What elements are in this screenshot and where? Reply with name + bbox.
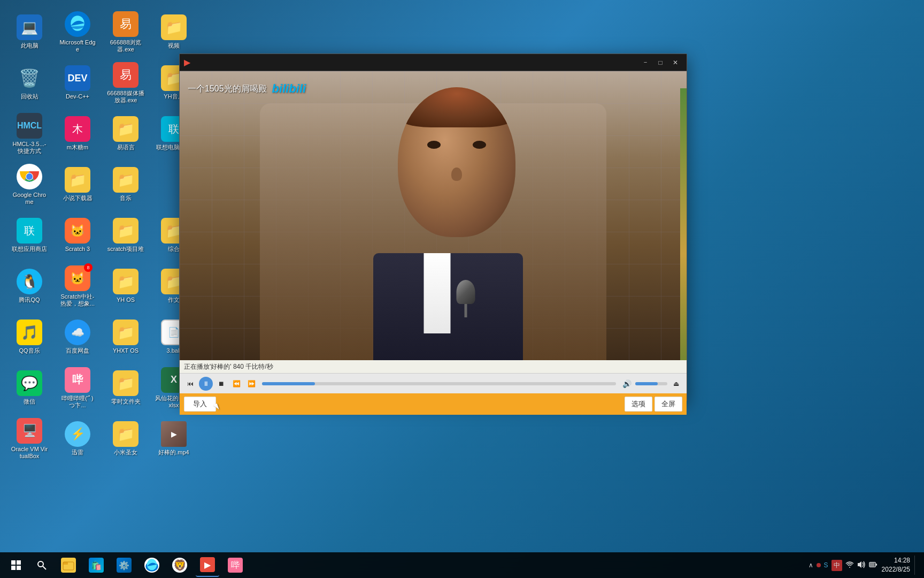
options-button[interactable]: 选项 (625, 397, 652, 412)
icon-label-666888-player: 666888媒体播放器.exe (107, 90, 144, 104)
icon-label-this-pc: 此电脑 (21, 42, 38, 49)
svg-rect-12 (11, 566, 16, 570)
icon-label-zonghe: 综合 (168, 246, 180, 253)
desktop-icon-baidu[interactable]: ☁️ 百度网盘 (56, 313, 99, 361)
channel-text: 一个1505光的屑喝殿 (188, 83, 267, 95)
desktop-icon-ms-edge[interactable]: Microsoft Edge (56, 8, 99, 56)
desktop-icon-oracle-vm[interactable]: 🖥️ Oracle VM VirtualBox (8, 415, 51, 463)
icon-label-yiyu: 易语言 (117, 144, 135, 151)
desktop-icon-dev-cpp[interactable]: DEV Dev-C++ (56, 59, 99, 107)
icon-label-novel-dl: 小说下载器 (63, 195, 93, 202)
icon-label-dev-cpp: Dev-C++ (66, 93, 89, 100)
volume-container: 🔊 (620, 377, 667, 390)
media-titlebar: ▶ － □ ✕ (180, 54, 687, 71)
desktop-icon-video[interactable]: 📁 视频 (152, 8, 195, 56)
desktop-icon-hmc[interactable]: HMCL HMCL-3.5...-快捷方式 (8, 110, 51, 158)
taskbar-settings[interactable]: ⚙️ (112, 553, 136, 577)
desktop-icon-mumu[interactable]: 木 m木糖m (56, 110, 99, 158)
icon-label-scratch-project: scratch项目堆 (107, 246, 144, 253)
icon-label-haoba-mp4: 好棒的.mp4 (158, 449, 189, 456)
icon-label-xunlei: 迅雷 (72, 449, 83, 456)
desktop-icon-this-pc[interactable]: 💻 此电脑 (8, 8, 51, 56)
icon-label-video: 视频 (168, 42, 180, 49)
desktop-icon-recycle[interactable]: 🗑️ 回收站 (8, 59, 51, 107)
desktop-icon-music[interactable]: 📁 音乐 (104, 161, 147, 209)
svg-marker-21 (858, 561, 861, 568)
bilibili-watermark: 一个1505光的屑喝殿 bilibili (180, 82, 687, 96)
taskbar-file-explorer[interactable] (57, 553, 80, 577)
stop-button[interactable]: ⏹ (215, 377, 228, 390)
desktop-icon-haoba-mp4[interactable]: ▶ 好棒的.mp4 (152, 415, 195, 463)
step-back-button[interactable]: ⏪ (230, 377, 243, 390)
volume-icon[interactable]: 🔊 (620, 377, 633, 390)
desktop-icon-xiaomi-fa[interactable]: 📁 小米圣女 (104, 415, 147, 463)
player-bottom-bar: 导入 选项 全屏 (180, 393, 687, 415)
volume-bar[interactable] (635, 382, 667, 385)
desktop-icon-scratch3[interactable]: 🐱 Scratch 3 (56, 211, 99, 260)
fullscreen-button[interactable]: 全屏 (654, 397, 682, 412)
start-button[interactable] (5, 554, 27, 576)
svg-point-5 (26, 173, 33, 180)
close-button[interactable]: ✕ (668, 57, 682, 69)
time-display[interactable]: 14:28 2022/8/25 (882, 556, 910, 574)
svg-rect-17 (63, 562, 68, 565)
icon-label-yhxt: YHXT OS (113, 347, 138, 354)
desktop-icon-wechat[interactable]: 💬 微信 (8, 364, 51, 412)
svg-rect-10 (11, 560, 16, 565)
desktop-icon-lianxiang-store[interactable]: 联 联想应用商店 (8, 211, 51, 260)
icon-label-lianxiang-store: 联想应用商店 (12, 246, 47, 253)
icon-label-zuowen: 作文 (168, 296, 180, 303)
import-button[interactable]: 导入 (184, 397, 216, 412)
minimize-button[interactable]: － (638, 57, 652, 69)
video-statusbar: 正在播放'好棒的' 840 千比特/秒 (180, 360, 687, 373)
expand-button[interactable]: ⏏ (669, 377, 682, 390)
systray-volume[interactable] (857, 561, 866, 570)
svg-point-14 (38, 561, 43, 567)
desktop-icon-temp-files[interactable]: 📁 零时文件夹 (104, 364, 147, 412)
desktop-icon-yh-os[interactable]: 📁 YH OS (104, 262, 147, 310)
desktop-icon-yiyu[interactable]: 📁 易语言 (104, 110, 147, 158)
desktop-icon-scratch-cn[interactable]: 🐱 8 Scratch中社-热爱，想象... (56, 262, 99, 310)
systray-show-hidden[interactable]: ∧ (808, 561, 813, 569)
taskbar-edge[interactable] (140, 553, 164, 577)
systray-input-method[interactable]: 中 (831, 560, 842, 571)
media-player-window: ▶ － □ ✕ 一个1505光的屑喝殿 bilibili (179, 54, 687, 401)
search-button[interactable] (31, 554, 52, 576)
desktop-icon-666888-player[interactable]: 易 666888媒体播放器.exe (104, 59, 147, 107)
pause-button[interactable]: ⏸ (199, 377, 213, 391)
icon-label-xiaomi-fa: 小米圣女 (114, 449, 137, 456)
taskbar-media-player[interactable]: ▶ (196, 553, 219, 577)
taskbar-store[interactable]: 🛍️ (84, 553, 108, 577)
icon-label-hmc: HMCL-3.5...-快捷方式 (11, 141, 48, 155)
desktop-icon-qq-music[interactable]: 🎵 QQ音乐 (8, 313, 51, 361)
icon-label-baidu: 百度网盘 (66, 347, 89, 354)
progress-fill (262, 382, 315, 385)
taskbar-brave[interactable]: 🦁 (168, 553, 191, 577)
icon-label-qq-music: QQ音乐 (19, 347, 40, 354)
prev-button[interactable]: ⏮ (184, 377, 197, 390)
right-scrollbar[interactable] (680, 88, 687, 360)
desktop-icon-novel-dl[interactable]: 📁 小说下载器 (56, 161, 99, 209)
icon-label-temp-files: 零时文件夹 (111, 398, 141, 405)
svg-rect-11 (17, 560, 21, 565)
desktop-icon-qq[interactable]: 🐧 腾讯QQ (8, 262, 51, 310)
volume-fill (635, 382, 658, 385)
desktop-icon-bilibili[interactable]: 哔 哔哩哔哩('ﾟ)つ卞... (56, 364, 99, 412)
progress-bar[interactable] (262, 382, 616, 385)
desktop-icon-xunlei[interactable]: ⚡ 迅雷 (56, 415, 99, 463)
desktop-icon-google-chrome[interactable]: Google Chrome (8, 161, 51, 209)
taskbar-bilibili-app[interactable]: 哔 (224, 553, 247, 577)
desktop-icon-scratch-project[interactable]: 📁 scratch项目堆 (104, 211, 147, 260)
date: 2022/8/25 (882, 565, 910, 574)
icon-label-ms-edge: Microsoft Edge (59, 39, 96, 53)
step-fwd-button[interactable]: ⏩ (245, 377, 258, 390)
desktop-icon-666888-browser[interactable]: 易 666888浏览器.exe (104, 8, 147, 56)
restore-button[interactable]: □ (653, 57, 667, 69)
show-desktop-button[interactable] (914, 556, 919, 575)
systray-battery[interactable] (869, 561, 877, 570)
window-controls: － □ ✕ (638, 57, 682, 69)
desktop-icon-yhxt[interactable]: 📁 YHXT OS (104, 313, 147, 361)
player-controls: ⏮ ⏸ ⏹ ⏪ ⏩ 🔊 ⏏ (180, 373, 687, 393)
icon-label-recycle: 回收站 (21, 93, 38, 100)
systray-network[interactable] (845, 561, 854, 570)
